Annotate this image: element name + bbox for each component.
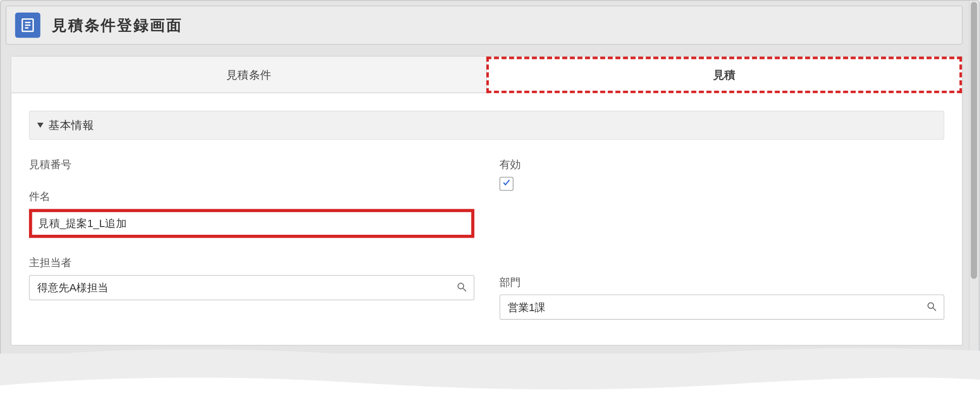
check-icon (502, 178, 511, 189)
valid-checkbox[interactable] (499, 177, 513, 191)
svg-point-6 (928, 302, 934, 308)
truncation-tear (0, 354, 980, 413)
section-basic-info-body: 基本情報 見積番号 件名 見積_提案1_L追加 (11, 93, 962, 345)
field-main-contact: 主担当者 (29, 256, 474, 300)
field-quote-number: 見積番号 (29, 157, 474, 172)
field-valid: 有効 (499, 157, 945, 191)
section-basic-info-header[interactable]: 基本情報 (29, 111, 944, 140)
subject-value: 見積_提案1_L追加 (38, 216, 126, 231)
tab-label: 見積 (713, 67, 736, 82)
department-lookup-button[interactable] (921, 297, 942, 317)
scrollbar-thumb[interactable] (971, 2, 977, 279)
svg-point-4 (458, 283, 464, 289)
tab-bar: 見積条件 見積 (11, 57, 962, 93)
main-card: 見積条件 見積 基本情報 見積番号 (11, 56, 963, 345)
svg-line-5 (463, 288, 466, 291)
label-department: 部門 (499, 275, 945, 289)
section-title: 基本情報 (48, 118, 94, 133)
label-subject: 件名 (29, 189, 474, 204)
label-main-contact: 主担当者 (29, 256, 474, 270)
field-subject: 件名 見積_提案1_L追加 (29, 189, 474, 238)
label-valid: 有効 (499, 157, 945, 172)
spacer (499, 208, 945, 257)
svg-line-7 (933, 308, 936, 311)
search-icon (456, 281, 467, 294)
document-icon (15, 13, 40, 38)
tab-label: 見積条件 (226, 67, 272, 82)
main-contact-input[interactable] (29, 275, 474, 300)
department-input[interactable] (499, 295, 945, 320)
tab-quote-conditions[interactable]: 見積条件 (11, 57, 486, 93)
disclosure-triangle-icon (37, 123, 44, 128)
page-title: 見積条件登録画面 (52, 15, 183, 35)
main-contact-lookup-button[interactable] (452, 278, 472, 298)
search-icon (926, 300, 937, 313)
page-header: 見積条件登録画面 (6, 6, 963, 45)
field-department: 部門 (499, 275, 945, 320)
tab-quote[interactable]: 見積 (486, 57, 962, 93)
subject-input[interactable]: 見積_提案1_L追加 (29, 209, 474, 238)
label-quote-number: 見積番号 (29, 157, 474, 172)
